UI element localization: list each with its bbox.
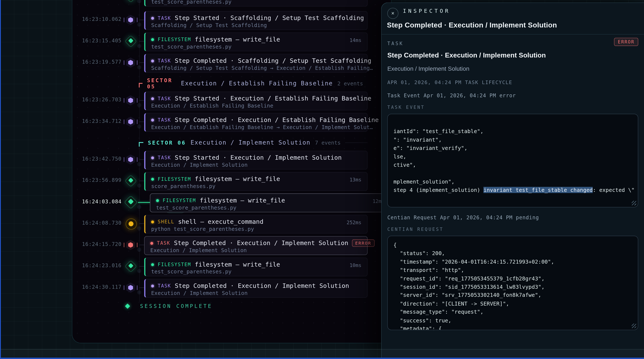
event-icon-wrap[interactable] xyxy=(123,33,138,50)
page-background: test_score_parentheses.py16:23:10.062TAS… xyxy=(0,0,644,359)
event-icon-wrap[interactable] xyxy=(123,216,138,232)
event-title: filesystem – write_file xyxy=(195,36,280,43)
event-card[interactable]: TASKStep Started · Scaffolding / Setup T… xyxy=(144,11,368,30)
event-title: Step Completed · Execution / Implement S… xyxy=(175,282,349,290)
event-card[interactable]: TASKStep Completed · Execution / Establi… xyxy=(144,113,368,132)
timeline-event-row: 16:23:19.577TASKStep Completed · Scaffol… xyxy=(72,54,391,73)
hexagon-core xyxy=(128,285,133,290)
icon-side-bar xyxy=(124,98,124,103)
event-card-header: FILESYSTEMfilesystem – write_file xyxy=(151,175,280,183)
task-hexagon-icon xyxy=(126,58,135,68)
event-card[interactable]: TASKStep Started · Execution / Implement… xyxy=(144,151,368,170)
event-icon-wrap[interactable] xyxy=(123,12,138,28)
icon-side-bar xyxy=(124,243,124,247)
event-card[interactable]: FILESYSTEMfilesystem – write_file13mssco… xyxy=(144,172,368,191)
event-status-dot xyxy=(151,178,154,180)
event-status-dot xyxy=(151,16,154,20)
event-icon-wrap[interactable] xyxy=(123,194,138,210)
icon-side-bar xyxy=(137,60,138,65)
event-icon-wrap[interactable] xyxy=(123,258,138,275)
event-status-dot xyxy=(151,60,154,62)
event-kind-label: TASK xyxy=(158,15,171,21)
event-title: shell – execute_command xyxy=(178,218,264,226)
event-time: 16:23:10.062 xyxy=(76,16,122,22)
event-kind-label: FILESYSTEM xyxy=(158,36,191,42)
diamond-core xyxy=(128,263,134,268)
event-card[interactable]: test_score_parentheses.py xyxy=(144,0,368,6)
event-time: 16:24:03.084 xyxy=(76,198,122,204)
timeline-event-row: 16:24:03.084FILESYSTEMfilesystem – write… xyxy=(72,193,391,212)
event-card[interactable]: TASKStep Started · Execution / Establish… xyxy=(144,92,368,110)
event-icon-wrap[interactable] xyxy=(123,152,138,168)
timeline-event-row: 16:23:42.750TASKStep Started · Execution… xyxy=(72,151,391,170)
event-card-header: FILESYSTEMfilesystem – write_file xyxy=(156,197,285,204)
circle-core xyxy=(129,221,134,226)
event-icon-wrap[interactable] xyxy=(123,54,138,71)
type-row: TASK ERROR xyxy=(388,39,638,49)
icon-side-bar xyxy=(124,120,124,124)
event-card[interactable]: FILESYSTEMfilesystem – write_file10mstes… xyxy=(144,258,368,276)
diamond-core xyxy=(128,178,134,183)
icon-side-bar xyxy=(124,60,124,65)
event-title: Step Completed · Scaffolding / Setup Tes… xyxy=(175,57,372,64)
event-kind-label: SHELL xyxy=(158,219,174,225)
event-subtitle: test_score_parentheses.py xyxy=(151,44,232,50)
resize-handle-icon[interactable] xyxy=(632,324,636,328)
event-card[interactable]: TASKStep Completed · Scaffolding / Setup… xyxy=(144,54,368,73)
centian-request-code: { "status": 200, "timestamp": "2026-04-0… xyxy=(394,241,632,330)
error-hexagon-icon xyxy=(126,240,135,250)
sector-title: Execution / Implement Solution xyxy=(190,139,310,146)
event-duration: 13ms xyxy=(350,177,362,183)
event-subtitle: python test_score_parentheses.py xyxy=(151,226,254,232)
task-event-code: iantId": "test_file_stable", ": "invaria… xyxy=(394,119,632,194)
diamond-core xyxy=(128,199,134,204)
event-icon-wrap[interactable] xyxy=(123,92,138,109)
code-text: iantId": "test_file_stable", xyxy=(394,128,484,134)
resize-handle-icon[interactable] xyxy=(632,201,636,205)
event-meta-line: APR 01, 2026, 04:24 PM TASK LIFECYCLE xyxy=(388,80,638,86)
event-icon-wrap[interactable] xyxy=(123,0,138,5)
sector-bracket-icon xyxy=(139,83,142,87)
event-card[interactable]: FILESYSTEMfilesystem – write_file12mstes… xyxy=(150,193,390,212)
event-icon-wrap[interactable] xyxy=(123,237,138,254)
event-subtitle: test_score_parentheses.py xyxy=(151,268,232,275)
task-event-code-block[interactable]: iantId": "test_file_stable", ": "invaria… xyxy=(388,114,638,208)
code-text: ctive", xyxy=(394,162,416,168)
close-icon[interactable]: × xyxy=(388,8,398,19)
event-connector xyxy=(139,181,144,181)
event-connector xyxy=(138,202,150,203)
filesystem-diamond-icon xyxy=(125,175,137,187)
task-event-section-label: TASK EVENT xyxy=(388,105,638,110)
event-title: filesystem – write_file xyxy=(195,261,280,268)
event-card[interactable]: FILESYSTEMfilesystem – write_file14mstes… xyxy=(144,32,368,51)
event-title: Step Started · Execution / Establish Fai… xyxy=(175,95,372,102)
code-text: ": "invariant", xyxy=(394,137,442,143)
event-time: 16:24:08.730 xyxy=(76,220,122,226)
event-kind-label: FILESYSTEM xyxy=(163,198,196,203)
hexagon-core xyxy=(128,98,133,103)
task-event-line: Task Event Apr 01, 2026, 04:24 PM error xyxy=(388,92,638,98)
event-subtitle: score_parentheses.py xyxy=(151,183,216,189)
icon-side-bar xyxy=(124,18,124,22)
event-kind-label: TASK xyxy=(158,155,171,160)
sector-header: SECTOR 05Execution / Establish Failing B… xyxy=(139,75,368,92)
event-icon-wrap[interactable] xyxy=(123,280,138,296)
event-icon-wrap[interactable] xyxy=(123,114,138,130)
event-duration: 14ms xyxy=(350,37,362,43)
event-card-header: FILESYSTEMfilesystem – write_file xyxy=(151,261,280,268)
event-icon-wrap[interactable] xyxy=(123,173,138,189)
timeline-event-row: 16:23:26.703TASKStep Started · Execution… xyxy=(72,92,391,110)
timeline-event-row: 16:23:10.062TASKStep Started · Scaffoldi… xyxy=(72,11,391,30)
sector-label: SECTOR 06 xyxy=(148,140,186,146)
event-card[interactable]: SHELLshell – execute_command252mspython … xyxy=(144,215,368,234)
timeline-event-row: 16:23:34.712TASKStep Completed · Executi… xyxy=(72,113,391,132)
event-card[interactable]: TASKStep Completed · Execution / Impleme… xyxy=(144,236,368,255)
event-time: 16:24:30.117 xyxy=(76,284,122,290)
event-card[interactable]: TASKStep Completed · Execution / Impleme… xyxy=(144,279,368,298)
code-text: : expected \" xyxy=(593,187,634,193)
event-title: filesystem – write_file xyxy=(195,175,280,183)
code-text: step 4 (implement_solution) xyxy=(394,187,484,193)
event-card-header: TASKStep Started · Execution / Establish… xyxy=(151,95,372,102)
task-hexagon-icon xyxy=(126,15,135,25)
centian-request-code-block[interactable]: { "status": 200, "timestamp": "2026-04-0… xyxy=(388,236,638,330)
